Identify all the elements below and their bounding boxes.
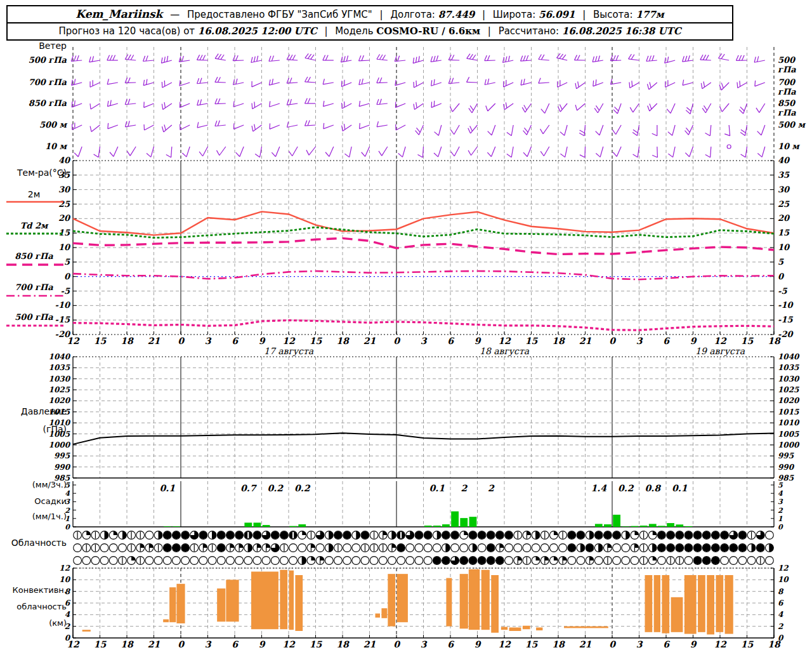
svg-text:21: 21 [148, 336, 160, 346]
cloudiness-label: Облачность [1, 538, 67, 548]
svg-text:25: 25 [778, 199, 790, 209]
precip-bar [173, 526, 180, 527]
svg-text:1035: 1035 [49, 363, 70, 372]
svg-text:15: 15 [525, 336, 539, 346]
svg-text:21: 21 [579, 336, 592, 346]
svg-text:6: 6 [232, 639, 239, 649]
convective-bar [645, 575, 653, 632]
svg-text:0.2: 0.2 [268, 483, 284, 493]
svg-text:1: 1 [778, 515, 783, 523]
svg-text:0: 0 [778, 523, 783, 531]
svg-text:15: 15 [94, 336, 107, 346]
svg-text:35: 35 [778, 170, 790, 180]
svg-text:1035: 1035 [778, 363, 799, 372]
svg-text:15: 15 [778, 228, 790, 237]
svg-text:-10: -10 [55, 300, 71, 310]
wind-level-label-right-10m: 10 м [778, 142, 812, 151]
precip-bar [667, 523, 674, 527]
svg-text:990: 990 [778, 463, 795, 472]
svg-text:0.8: 0.8 [645, 483, 662, 493]
svg-text:18: 18 [121, 336, 134, 346]
svg-text:0: 0 [65, 523, 70, 531]
convective-bar [226, 580, 239, 621]
legend-500-label: 500 гПа [1, 312, 67, 322]
precip-bar [164, 526, 171, 527]
svg-text:3: 3 [421, 639, 428, 649]
svg-text:1040: 1040 [49, 352, 71, 361]
svg-text:9: 9 [690, 336, 697, 346]
svg-text:17 августа: 17 августа [264, 346, 314, 357]
station-name: Kem_Mariinsk [75, 8, 162, 20]
meteogram-canvas: 40403535303025252020151510105500-5-5-10-… [0, 0, 812, 650]
convective-bar [295, 575, 303, 631]
legend-2m-label: 2м [1, 189, 67, 199]
convective-bar [82, 630, 91, 632]
svg-text:5: 5 [778, 481, 783, 489]
svg-text:3: 3 [778, 498, 783, 506]
svg-text:1030: 1030 [778, 375, 800, 383]
svg-text:3: 3 [421, 336, 428, 346]
wind-barbs-row-3 [72, 120, 765, 136]
svg-text:995: 995 [54, 451, 70, 460]
svg-text:6: 6 [232, 336, 239, 346]
svg-text:12: 12 [498, 639, 511, 649]
convective-label-3: (км) [1, 618, 67, 628]
cloudiness-rows [74, 531, 774, 565]
convective-bar [163, 620, 169, 623]
convective-bar [654, 575, 660, 632]
svg-text:1020: 1020 [778, 396, 800, 405]
precip-bar [631, 526, 639, 527]
precip-bar [460, 518, 468, 527]
svg-text:6: 6 [663, 336, 670, 346]
convective-bar [698, 575, 705, 632]
svg-text:18: 18 [552, 336, 565, 346]
svg-text:12: 12 [67, 336, 80, 346]
pressure-unit-label: (гПа) [1, 424, 67, 434]
svg-text:15: 15 [741, 336, 754, 346]
svg-text:2: 2 [461, 483, 468, 493]
svg-text:20: 20 [778, 213, 790, 223]
svg-text:15: 15 [741, 639, 754, 649]
svg-text:0: 0 [393, 336, 400, 346]
temperature-heading: Тем-ра(°C) [1, 168, 67, 178]
svg-text:1025: 1025 [49, 385, 70, 394]
svg-text:0: 0 [178, 639, 185, 649]
convective-bar [446, 578, 452, 627]
svg-text:10: 10 [59, 575, 70, 584]
svg-text:0: 0 [609, 336, 616, 346]
convective-bar [707, 575, 714, 635]
svg-text:0.2: 0.2 [294, 483, 311, 493]
separator: | [483, 25, 495, 37]
svg-text:1020: 1020 [49, 396, 71, 405]
svg-text:0.1: 0.1 [429, 483, 445, 493]
svg-text:4: 4 [778, 489, 783, 498]
svg-text:40: 40 [58, 156, 71, 165]
svg-text:18: 18 [121, 639, 134, 649]
convective-bar [536, 628, 542, 631]
svg-text:30: 30 [778, 185, 790, 194]
svg-text:0.1: 0.1 [160, 483, 176, 493]
svg-text:15: 15 [94, 639, 107, 649]
convective-bar [725, 575, 733, 634]
legend-850-label: 850 гПа [1, 251, 67, 261]
convective-bar [381, 608, 387, 618]
legend-td-label: Td 2м [1, 221, 67, 230]
wind-level-label-10m: 10 м [1, 142, 67, 151]
precip-bar [298, 524, 306, 527]
precip-bar [622, 526, 629, 527]
precip-bar [289, 526, 297, 527]
convective-bar [509, 628, 521, 632]
svg-text:5: 5 [778, 257, 784, 267]
convective-label-2: облачность [1, 602, 67, 611]
svg-text:0.1: 0.1 [672, 483, 688, 493]
convective-bar [491, 575, 499, 633]
pressure-chart: 1040104010351035103010301025102510201020… [49, 352, 800, 482]
svg-text:4: 4 [778, 610, 783, 619]
svg-text:-5: -5 [778, 286, 787, 296]
convective-bar [469, 569, 480, 630]
svg-text:2: 2 [778, 507, 783, 515]
calc-label: Рассчитано: [499, 25, 559, 37]
header-row-1: Kem_Mariinsk — Предоставлено ФГБУ "ЗапСи… [8, 6, 732, 23]
separator: | [578, 9, 590, 20]
wind-level-label-right-500m: 500 м [778, 120, 812, 129]
